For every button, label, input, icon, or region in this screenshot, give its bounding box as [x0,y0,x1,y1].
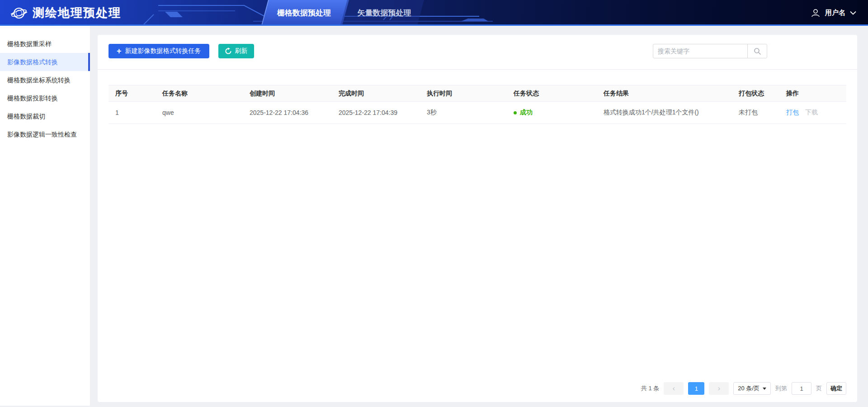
user-name: 用户名 [825,9,845,17]
page-1-button[interactable]: 1 [688,382,704,395]
sidebar-item-raster-resample[interactable]: 栅格数据重采样 [0,35,90,53]
cell-task-result: 格式转换成功1个/共处理1个文件() [597,102,732,124]
pagination: 共 1 条 ‹ 1 › 20 条/页 到第 页 确定 [641,382,846,395]
goto-page-input[interactable] [792,382,811,395]
col-package-status: 打包状态 [732,85,779,102]
col-index: 序号 [108,85,156,102]
goto-confirm-button[interactable]: 确定 [826,382,846,395]
sidebar-item-image-format-conversion[interactable]: 影像数据格式转换 [0,53,90,71]
col-task-name: 任务名称 [156,85,243,102]
toolbar-divider [98,69,857,70]
search-box [653,44,767,58]
refresh-button-label: 刷新 [235,47,248,55]
tab-raster-preprocessing[interactable]: 栅格数据预处理 [264,0,344,26]
col-task-result: 任务结果 [597,85,732,102]
cell-index: 1 [108,102,156,124]
new-task-button[interactable]: + 新建影像数据格式转换任务 [108,44,209,58]
toolbar: + 新建影像数据格式转换任务 刷新 [108,35,846,58]
table-header-row: 序号 任务名称 创建时间 完成时间 执行时间 任务状态 任务结果 打包状态 操作 [108,85,846,102]
cell-created-time: 2025-12-22 17:04:36 [243,102,332,124]
user-menu[interactable]: 用户名 [811,0,856,26]
tab-vector-preprocessing[interactable]: 矢量数据预处理 [348,0,420,26]
goto-suffix: 页 [816,384,822,393]
status-dot-icon [514,111,517,114]
main-content: + 新建影像数据格式转换任务 刷新 [90,26,868,406]
cell-package-status: 未打包 [732,102,779,124]
next-page-button[interactable]: › [709,382,729,395]
sidebar-item-raster-coordinate-conversion[interactable]: 栅格数据坐标系统转换 [0,71,90,89]
cell-finished-time: 2025-12-22 17:04:39 [332,102,420,124]
app-logo-area: 测绘地理预处理 [10,0,121,26]
plus-icon: + [117,47,122,55]
cell-exec-time: 3秒 [420,102,507,124]
user-icon [811,8,821,18]
pagination-total: 共 1 条 [641,384,659,393]
task-table: 序号 任务名称 创建时间 完成时间 执行时间 任务状态 任务结果 打包状态 操作 [108,85,846,124]
globe-logo-icon [10,4,28,22]
col-created-time: 创建时间 [243,85,332,102]
select-caret-icon [763,388,766,390]
new-task-button-label: 新建影像数据格式转换任务 [125,47,201,55]
status-text: 成功 [520,109,533,117]
chevron-down-icon [850,11,856,15]
cell-task-name: qwe [156,102,243,124]
page-size-label: 20 条/页 [738,384,760,393]
app-header: 测绘地理预处理 栅格数据预处理 矢量数据预处理 用户名 [0,0,868,26]
search-icon [754,47,761,55]
sidebar-item-raster-clip[interactable]: 栅格数据裁切 [0,107,90,125]
package-link[interactable]: 打包 [786,109,799,116]
page-size-select[interactable]: 20 条/页 [733,382,771,395]
refresh-button[interactable]: 刷新 [218,44,254,58]
cell-actions: 打包 下载 [779,102,846,124]
task-list-card: + 新建影像数据格式转换任务 刷新 [98,35,857,402]
cell-task-status: 成功 [507,102,597,124]
sidebar-item-logic-consistency-check[interactable]: 影像数据逻辑一致性检查 [0,125,90,143]
prev-page-button[interactable]: ‹ [664,382,684,395]
refresh-icon [225,47,232,55]
search-input[interactable] [653,44,747,58]
table-row: 1 qwe 2025-12-22 17:04:36 2025-12-22 17:… [108,102,846,124]
col-exec-time: 执行时间 [420,85,507,102]
col-task-status: 任务状态 [507,85,597,102]
col-finished-time: 完成时间 [332,85,420,102]
app-title: 测绘地理预处理 [33,5,121,21]
col-actions: 操作 [779,85,846,102]
sidebar-item-raster-projection-conversion[interactable]: 栅格数据投影转换 [0,89,90,107]
sidebar: 栅格数据重采样 影像数据格式转换 栅格数据坐标系统转换 栅格数据投影转换 栅格数… [0,26,90,406]
goto-prefix: 到第 [775,384,787,393]
search-button[interactable] [747,44,767,58]
download-link[interactable]: 下载 [805,109,818,116]
